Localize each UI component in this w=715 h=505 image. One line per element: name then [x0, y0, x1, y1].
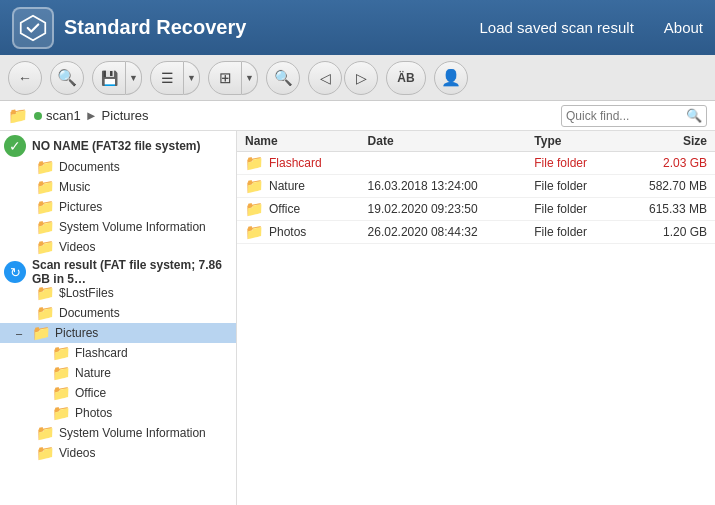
preview-button[interactable]: 🔍 — [266, 61, 300, 95]
file-size-cell: 582.70 MB — [617, 175, 715, 198]
binoculars-icon: 🔍 — [274, 69, 293, 87]
grid-icon: ⊞ — [219, 69, 232, 87]
tree-item-office[interactable]: 📁 Office — [0, 383, 236, 403]
save-button[interactable]: 💾 — [92, 61, 126, 95]
file-type-cell: File folder — [526, 175, 617, 198]
quick-find-icon[interactable]: 🔍 — [686, 108, 702, 123]
tree-item-label: Documents — [59, 306, 120, 320]
file-type-cell: File folder — [526, 198, 617, 221]
back-icon: ← — [18, 70, 32, 86]
folder-icon: 📁 — [52, 384, 71, 402]
breadcrumb-pictures[interactable]: Pictures — [102, 108, 149, 123]
col-date-header[interactable]: Date — [360, 131, 527, 152]
file-size-cell: 2.03 GB — [617, 152, 715, 175]
file-size-cell: 615.33 MB — [617, 198, 715, 221]
tree-item-label: Photos — [75, 406, 112, 420]
tree-item-videos[interactable]: 📁 Videos — [0, 237, 236, 257]
folder-icon: 📁 — [36, 218, 55, 236]
filemask-icon: ÄB — [397, 71, 414, 85]
grid-button-group: ⊞ ▼ — [208, 61, 258, 95]
file-name-cell: 📁 Photos — [237, 221, 360, 244]
header-nav: Load saved scan result About — [480, 19, 703, 36]
tree-item-label: Pictures — [59, 200, 102, 214]
file-date-cell: 19.02.2020 09:23:50 — [360, 198, 527, 221]
tree-item-documents-2[interactable]: 📁 Documents — [0, 303, 236, 323]
load-saved-nav-item[interactable]: Load saved scan result — [480, 19, 634, 36]
tree-section-no-name[interactable]: ✓ NO NAME (FAT32 file system) — [0, 135, 236, 157]
tree-item-label: Videos — [59, 240, 95, 254]
folder-icon: 📁 — [36, 158, 55, 176]
folder-icon: 📁 — [36, 284, 55, 302]
file-name: Flashcard — [269, 156, 322, 170]
col-type-header[interactable]: Type — [526, 131, 617, 152]
file-name: Office — [269, 202, 300, 216]
file-name: Nature — [269, 179, 305, 193]
file-type-cell: File folder — [526, 152, 617, 175]
tree-item-label: System Volume Information — [59, 426, 206, 440]
tree-item-label: Nature — [75, 366, 111, 380]
about-nav-item[interactable]: About — [664, 19, 703, 36]
options-button[interactable]: 👤 — [434, 61, 468, 95]
section-icon-scan: ↻ — [4, 261, 26, 283]
back-button[interactable]: ← — [8, 61, 42, 95]
tree-item-videos-2[interactable]: 📁 Videos — [0, 443, 236, 463]
section-icon-no-name: ✓ — [4, 135, 26, 157]
file-table: Name Date Type Size 📁 Flashcard File fol… — [237, 131, 715, 244]
col-size-header[interactable]: Size — [617, 131, 715, 152]
folder-icon: 📁 — [52, 404, 71, 422]
list-icon: ☰ — [161, 70, 174, 86]
file-date-cell: 16.03.2018 13:24:00 — [360, 175, 527, 198]
prev-icon: ◁ — [320, 70, 331, 86]
table-row[interactable]: 📁 Flashcard File folder 2.03 GB — [237, 152, 715, 175]
folder-icon: 📁 — [52, 344, 71, 362]
tree-item-nature[interactable]: 📁 Nature — [0, 363, 236, 383]
tree-item-label: Pictures — [55, 326, 98, 340]
table-row[interactable]: 📁 Nature 16.03.2018 13:24:00 File folder… — [237, 175, 715, 198]
tree-item-pictures-2[interactable]: – 📁 Pictures — [0, 323, 236, 343]
search-button[interactable]: 🔍 — [50, 61, 84, 95]
folder-icon: 📁 — [36, 304, 55, 322]
quick-find-input[interactable] — [566, 109, 686, 123]
folder-icon: 📁 — [32, 324, 51, 342]
tree-item-label: Videos — [59, 446, 95, 460]
folder-icon: 📁 — [36, 444, 55, 462]
tree-item-label: $LostFiles — [59, 286, 114, 300]
folder-icon: 📁 — [36, 424, 55, 442]
tree-item-documents[interactable]: 📁 Documents — [0, 157, 236, 177]
tree-item-lostfiles[interactable]: 📁 $LostFiles — [0, 283, 236, 303]
tree-item-system-volume-2[interactable]: 📁 System Volume Information — [0, 423, 236, 443]
tree-section-scan-result[interactable]: ↻ Scan result (FAT file system; 7.86 GB … — [0, 261, 236, 283]
tree-item-music[interactable]: 📁 Music — [0, 177, 236, 197]
breadcrumb-folder-icon: 📁 — [8, 106, 28, 125]
folder-icon: 📁 — [36, 198, 55, 216]
file-date-cell: 26.02.2020 08:44:32 — [360, 221, 527, 244]
filemask-button[interactable]: ÄB — [386, 61, 426, 95]
section-label-scan: Scan result (FAT file system; 7.86 GB in… — [32, 258, 232, 286]
person-icon: 👤 — [441, 68, 461, 87]
tree-item-flashcard[interactable]: 📁 Flashcard — [0, 343, 236, 363]
tree-item-photos[interactable]: 📁 Photos — [0, 403, 236, 423]
grid-button[interactable]: ⊞ — [208, 61, 242, 95]
list-button[interactable]: ☰ — [150, 61, 184, 95]
save-dropdown-button[interactable]: ▼ — [126, 61, 142, 95]
breadcrumb-scan[interactable]: scan1 — [46, 108, 81, 123]
folder-icon: 📁 — [52, 364, 71, 382]
col-name-header[interactable]: Name — [237, 131, 360, 152]
file-panel: Name Date Type Size 📁 Flashcard File fol… — [237, 131, 715, 505]
tree-item-system-volume[interactable]: 📁 System Volume Information — [0, 217, 236, 237]
grid-dropdown-button[interactable]: ▼ — [242, 61, 258, 95]
folder-icon: 📁 — [36, 178, 55, 196]
tree-item-pictures-1[interactable]: 📁 Pictures — [0, 197, 236, 217]
tree-item-label: Documents — [59, 160, 120, 174]
table-row[interactable]: 📁 Office 19.02.2020 09:23:50 File folder… — [237, 198, 715, 221]
table-header-row: Name Date Type Size — [237, 131, 715, 152]
next-icon: ▷ — [356, 70, 367, 86]
list-dropdown-button[interactable]: ▼ — [184, 61, 200, 95]
file-name-cell: 📁 Office — [237, 198, 360, 221]
table-row[interactable]: 📁 Photos 26.02.2020 08:44:32 File folder… — [237, 221, 715, 244]
main-content: ✓ NO NAME (FAT32 file system) 📁 Document… — [0, 131, 715, 505]
next-button[interactable]: ▷ — [344, 61, 378, 95]
tree-item-label: Flashcard — [75, 346, 128, 360]
prev-button[interactable]: ◁ — [308, 61, 342, 95]
save-icon: 💾 — [101, 70, 118, 86]
